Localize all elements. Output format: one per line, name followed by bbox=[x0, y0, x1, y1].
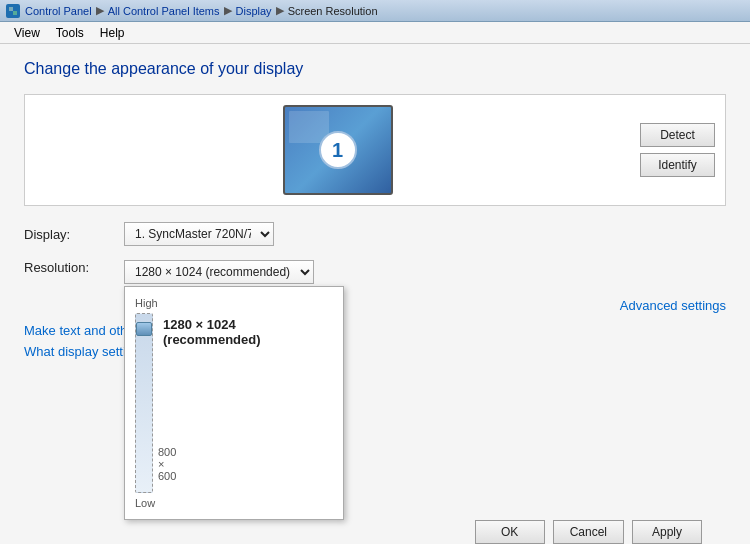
resolution-select[interactable]: 1280 × 1024 (recommended)1024 × 768800 ×… bbox=[124, 260, 314, 284]
breadcrumb-sep-1: ▶ bbox=[96, 4, 104, 17]
apply-button[interactable]: Apply bbox=[632, 520, 702, 544]
svg-rect-1 bbox=[13, 11, 17, 15]
display-label: Display: bbox=[24, 227, 124, 242]
monitor-preview: 1 bbox=[283, 105, 393, 195]
breadcrumb-1[interactable]: Control Panel bbox=[25, 5, 92, 17]
ok-button[interactable]: OK bbox=[475, 520, 545, 544]
menu-view[interactable]: View bbox=[6, 24, 48, 42]
advanced-settings-link[interactable]: Advanced settings bbox=[620, 298, 726, 313]
slider-container: 800 × 600 1280 × 1024 (recommended) bbox=[135, 313, 333, 493]
identify-button[interactable]: Identify bbox=[640, 153, 715, 177]
menu-help[interactable]: Help bbox=[92, 24, 133, 42]
detect-button[interactable]: Detect bbox=[640, 123, 715, 147]
slider-info: 1280 × 1024 (recommended) bbox=[163, 313, 333, 347]
menu-tools[interactable]: Tools bbox=[48, 24, 92, 42]
slider-resolution-text: 1280 × 1024 (recommended) bbox=[163, 317, 333, 347]
svg-rect-0 bbox=[9, 7, 13, 11]
bottom-buttons: OK Cancel Apply bbox=[475, 520, 702, 544]
main-content: Change the appearance of your display 1 … bbox=[0, 44, 750, 544]
slider-track-wrapper: 800 × 600 bbox=[135, 313, 153, 493]
breadcrumb-4: Screen Resolution bbox=[288, 5, 378, 17]
slider-track[interactable]: 800 × 600 bbox=[135, 313, 153, 493]
resolution-dropdown-container: 1280 × 1024 (recommended)1024 × 768800 ×… bbox=[124, 260, 314, 284]
resolution-row: Resolution: 1280 × 1024 (recommended)102… bbox=[24, 260, 726, 284]
resolution-popup: High 800 × 600 1280 × 1024 (recommended) bbox=[124, 286, 344, 520]
resolution-label: Resolution: bbox=[24, 260, 124, 275]
menubar: View Tools Help bbox=[0, 22, 750, 44]
display-preview-box: 1 Detect Identify bbox=[24, 94, 726, 206]
display-row: Display: 1. SyncMaster 720N/731N bbox=[24, 222, 726, 246]
slider-thumb[interactable] bbox=[136, 322, 152, 336]
breadcrumb-2[interactable]: All Control Panel Items bbox=[108, 5, 220, 17]
titlebar: Control Panel ▶ All Control Panel Items … bbox=[0, 0, 750, 22]
popup-high-label: High bbox=[135, 297, 333, 309]
page-title: Change the appearance of your display bbox=[24, 60, 726, 78]
control-panel-icon bbox=[6, 4, 20, 18]
cancel-button[interactable]: Cancel bbox=[553, 520, 624, 544]
popup-low-label: Low bbox=[135, 497, 333, 509]
breadcrumb-sep-2: ▶ bbox=[224, 4, 232, 17]
display-select[interactable]: 1. SyncMaster 720N/731N bbox=[124, 222, 274, 246]
slider-low-resolution: 800 × 600 bbox=[158, 446, 176, 482]
breadcrumb-3[interactable]: Display bbox=[236, 5, 272, 17]
detect-identify-buttons: Detect Identify bbox=[640, 123, 715, 177]
monitor-badge: 1 bbox=[319, 131, 357, 169]
breadcrumb-sep-3: ▶ bbox=[276, 4, 284, 17]
